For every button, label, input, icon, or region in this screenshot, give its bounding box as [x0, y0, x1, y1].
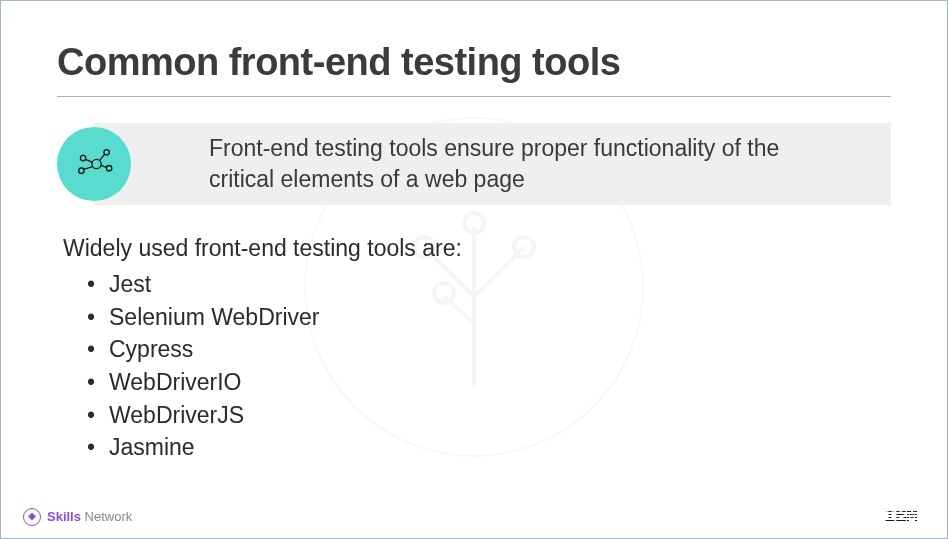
- slide-content: Common front-end testing tools Front-end…: [1, 1, 947, 464]
- list-item: Cypress: [87, 333, 891, 366]
- skills-network-text: Skills Network: [47, 509, 132, 524]
- network-icon: [73, 143, 115, 185]
- slide-title: Common front-end testing tools: [57, 41, 891, 97]
- svg-point-13: [79, 168, 84, 173]
- list-item: WebDriverIO: [87, 366, 891, 399]
- svg-point-10: [104, 150, 109, 155]
- brand-rest: Network: [81, 509, 132, 524]
- svg-line-15: [101, 165, 107, 167]
- list-item: Jasmine: [87, 431, 891, 464]
- ibm-logo: IBM: [884, 505, 917, 528]
- skills-network-brand: Skills Network: [23, 508, 132, 526]
- callout-text: Front-end testing tools ensure proper fu…: [157, 121, 857, 207]
- network-icon-circle: [57, 127, 131, 201]
- footer: Skills Network IBM: [23, 505, 917, 528]
- svg-point-11: [106, 166, 111, 171]
- svg-line-16: [86, 159, 93, 162]
- bullet-list: Jest Selenium WebDriver Cypress WebDrive…: [63, 268, 891, 464]
- brand-bold: Skills: [47, 509, 81, 524]
- skills-network-icon: [23, 508, 41, 526]
- list-item: Selenium WebDriver: [87, 301, 891, 334]
- callout-row: Front-end testing tools ensure proper fu…: [57, 121, 891, 207]
- body-section: Widely used front-end testing tools are:…: [63, 235, 891, 464]
- list-item: Jest: [87, 268, 891, 301]
- svg-line-14: [99, 154, 104, 160]
- intro-text: Widely used front-end testing tools are:: [63, 235, 891, 262]
- svg-point-12: [80, 155, 85, 160]
- svg-line-17: [84, 167, 93, 170]
- list-item: WebDriverJS: [87, 399, 891, 432]
